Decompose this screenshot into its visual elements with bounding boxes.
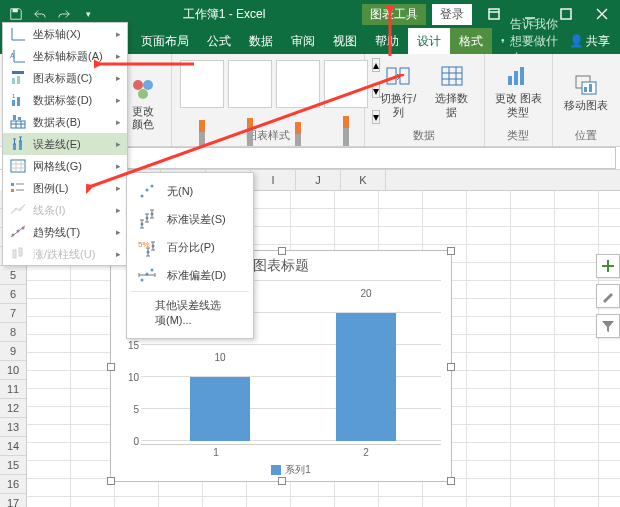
error-bars-percent[interactable]: 5%百分比(P) (127, 233, 253, 261)
svg-point-49 (141, 279, 144, 282)
svg-rect-0 (13, 9, 18, 13)
select-data-label: 选择数据 (430, 92, 474, 118)
chart-style-3[interactable] (276, 60, 320, 108)
chart-style-1[interactable] (180, 60, 224, 108)
change-colors-button[interactable]: 更改 颜色 (122, 74, 165, 133)
svg-rect-15 (520, 67, 524, 85)
select-data-button[interactable]: 选择数据 (426, 56, 478, 126)
row-header[interactable]: 5 (0, 266, 26, 285)
svg-point-7 (133, 80, 143, 90)
group-label-position: 位置 (559, 126, 614, 144)
tab-design[interactable]: 设计 (408, 28, 450, 54)
col-header[interactable]: K (341, 170, 386, 190)
svg-rect-11 (400, 68, 409, 84)
chart-style-2[interactable] (228, 60, 272, 108)
qat-more-icon[interactable]: ▾ (79, 5, 97, 23)
menu-trendline[interactable]: 趋势线(T)▸ (3, 221, 127, 243)
group-label-type: 类型 (491, 126, 546, 144)
chart-styles-gallery[interactable] (178, 56, 370, 126)
row-header[interactable]: 7 (0, 304, 26, 323)
menu-axis-titles[interactable]: A坐标轴标题(A)▸ (3, 45, 127, 67)
menu-error-bars[interactable]: 误差线(E)▸ (3, 133, 127, 155)
save-icon[interactable] (7, 5, 25, 23)
row-header[interactable]: 13 (0, 418, 26, 437)
menu-data-table[interactable]: 数据表(B)▸ (3, 111, 127, 133)
close-button[interactable] (584, 0, 620, 28)
row-header[interactable]: 16 (0, 475, 26, 494)
menu-data-labels[interactable]: 1数据标签(D)▸ (3, 89, 127, 111)
ribbon-options-icon[interactable] (476, 0, 512, 28)
none-icon (135, 179, 159, 203)
chart-bar[interactable] (190, 377, 250, 441)
col-header[interactable]: I (251, 170, 296, 190)
chart-type-icon (504, 63, 532, 91)
updown-icon (9, 246, 27, 262)
formula-input[interactable] (96, 147, 616, 169)
svg-rect-25 (17, 97, 20, 106)
row-header[interactable]: 11 (0, 380, 26, 399)
svg-rect-3 (502, 42, 503, 43)
change-chart-type-button[interactable]: 更改 图表类型 (491, 56, 546, 126)
undo-icon[interactable] (31, 5, 49, 23)
row-header[interactable]: 17 (0, 494, 26, 507)
legend-icon (9, 180, 27, 196)
row-header[interactable]: 12 (0, 399, 26, 418)
change-type-label: 更改 图表类型 (495, 92, 542, 118)
contextual-tab-label: 图表工具 (362, 4, 426, 25)
tab-layout[interactable]: 页面布局 (132, 28, 198, 54)
trendline-icon (9, 224, 27, 240)
legend-label: 系列1 (285, 463, 311, 477)
tell-me-input[interactable]: 告诉我你想要做什么 (492, 28, 559, 54)
row-header[interactable]: 8 (0, 323, 26, 342)
svg-rect-19 (589, 84, 592, 92)
svg-point-51 (151, 269, 154, 272)
group-label-data: 数据 (371, 126, 478, 144)
menu-gridlines[interactable]: 网格线(G)▸ (3, 155, 127, 177)
tab-format[interactable]: 格式 (450, 28, 492, 54)
login-button[interactable]: 登录 (432, 4, 472, 25)
row-header[interactable]: 10 (0, 361, 26, 380)
menu-axes[interactable]: 坐标轴(X)▸ (3, 23, 127, 45)
chart-legend[interactable]: 系列1 (141, 463, 441, 477)
data-labels-icon: 1 (9, 92, 27, 108)
svg-point-42 (151, 185, 154, 188)
move-chart-button[interactable]: 移动图表 (559, 56, 614, 126)
select-data-icon (438, 63, 466, 91)
svg-rect-30 (13, 144, 16, 150)
svg-rect-18 (584, 87, 587, 92)
tab-review[interactable]: 审阅 (282, 28, 324, 54)
share-button[interactable]: 👤共享 (559, 28, 620, 54)
switch-row-col-button[interactable]: 切换行/列 (371, 56, 426, 126)
tab-formula[interactable]: 公式 (198, 28, 240, 54)
menu-legend[interactable]: 图例(L)▸ (3, 177, 127, 199)
gridlines-icon (9, 158, 27, 174)
svg-rect-12 (442, 67, 462, 85)
col-header[interactable]: J (296, 170, 341, 190)
error-bars-stddev[interactable]: 标准偏差(D) (127, 261, 253, 289)
svg-rect-1 (489, 9, 499, 19)
move-chart-label: 移动图表 (564, 99, 608, 112)
menu-lines: 线条(I)▸ (3, 199, 127, 221)
row-header[interactable]: 14 (0, 437, 26, 456)
tab-data[interactable]: 数据 (240, 28, 282, 54)
error-bars-stderr[interactable]: 标准误差(S) (127, 205, 253, 233)
svg-point-8 (143, 80, 153, 90)
error-bars-none[interactable]: 无(N) (127, 177, 253, 205)
error-bars-more[interactable]: 其他误差线选项(M)... (127, 294, 253, 334)
row-header[interactable]: 9 (0, 342, 26, 361)
redo-icon[interactable] (55, 5, 73, 23)
chart-bar[interactable] (336, 313, 396, 441)
menu-chart-title[interactable]: 图表标题(C)▸ (3, 67, 127, 89)
chart-filter-button[interactable] (596, 314, 620, 338)
share-label: 共享 (586, 33, 610, 50)
chart-plus-button[interactable] (596, 254, 620, 278)
row-header[interactable]: 15 (0, 456, 26, 475)
chart-brush-button[interactable] (596, 284, 620, 308)
svg-rect-21 (12, 71, 24, 74)
tab-view[interactable]: 视图 (324, 28, 366, 54)
stddev-icon (135, 263, 159, 287)
svg-rect-32 (11, 160, 25, 172)
row-header[interactable]: 6 (0, 285, 26, 304)
tab-help[interactable]: 帮助 (366, 28, 408, 54)
chart-style-4[interactable] (324, 60, 368, 108)
